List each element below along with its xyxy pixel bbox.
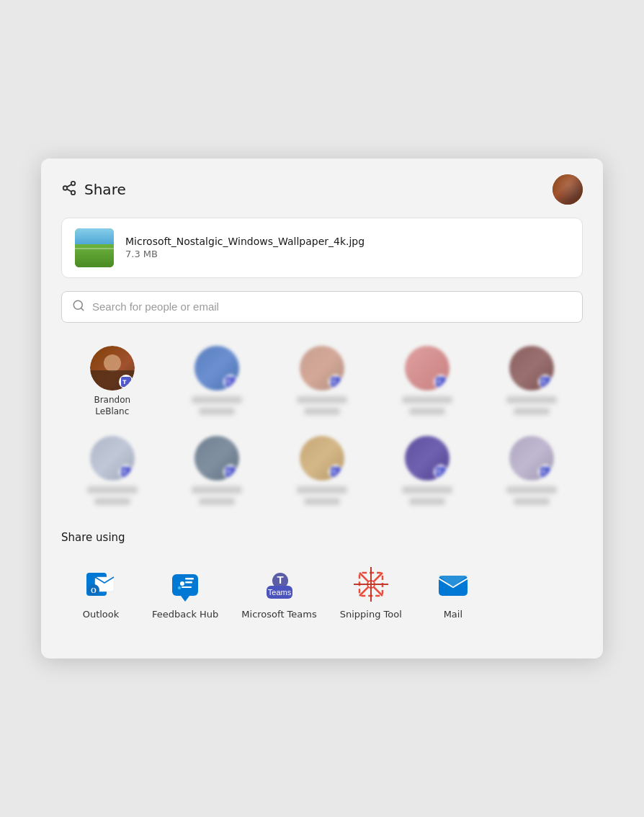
- teams-icon: T Teams: [261, 566, 298, 603]
- svg-text:Teams: Teams: [267, 588, 291, 597]
- teams-badge: T: [538, 375, 553, 389]
- avatar: T: [194, 346, 239, 390]
- contact-name-blurred: [192, 486, 242, 494]
- svg-text:T: T: [228, 469, 232, 476]
- contact-name-blurred: [402, 486, 452, 494]
- file-name: Microsoft_Nostalgic_Windows_Wallpaper_4k…: [125, 236, 569, 247]
- svg-text:T: T: [437, 379, 442, 385]
- app-label-feedback-hub: Feedback Hub: [152, 609, 218, 621]
- share-using-label: Share using: [61, 531, 583, 544]
- app-label-teams: Microsoft Teams: [241, 609, 316, 621]
- list-item[interactable]: T: [166, 429, 269, 511]
- share-window: Share Microsoft_Nostalgic_Windows_Wallpa…: [41, 159, 603, 658]
- contact-name-blurred: [297, 396, 347, 403]
- app-outlook[interactable]: O Outlook: [61, 557, 140, 630]
- list-item[interactable]: T: [166, 339, 269, 423]
- teams-badge: T: [328, 375, 343, 389]
- share-icon: [61, 180, 77, 199]
- contact-name-blurred: [87, 486, 138, 494]
- svg-rect-34: [185, 578, 194, 580]
- svg-text:T: T: [122, 379, 127, 385]
- feedback-hub-icon: [166, 566, 204, 603]
- file-thumbnail: [75, 228, 114, 267]
- outlook-icon: O: [82, 566, 120, 603]
- contact-name-brandon: Brandon LeBlanc: [84, 395, 141, 417]
- teams-badge: T: [434, 375, 448, 389]
- contact-name-blurred2: [514, 408, 550, 415]
- apps-row: O Outlook Feedback Hub: [41, 557, 603, 630]
- teams-badge: T: [328, 465, 343, 479]
- app-microsoft-teams[interactable]: T Teams Microsoft Teams: [230, 557, 328, 630]
- svg-text:T: T: [122, 469, 127, 476]
- snipping-tool-icon: [352, 566, 390, 603]
- svg-text:T: T: [542, 469, 547, 476]
- teams-badge: T: [434, 465, 448, 479]
- svg-point-33: [180, 581, 184, 586]
- teams-badge: T: [538, 465, 553, 479]
- svg-line-4: [67, 184, 71, 187]
- app-label-outlook: Outlook: [83, 609, 120, 621]
- list-item[interactable]: T: [376, 429, 478, 511]
- contact-name-blurred2: [409, 498, 445, 505]
- mail-icon: [434, 566, 472, 603]
- search-bar[interactable]: [61, 291, 583, 323]
- app-label-mail: Mail: [444, 609, 462, 621]
- contact-name-blurred2: [304, 498, 340, 505]
- contacts-grid: T Brandon LeBlanc T T: [61, 339, 583, 511]
- svg-rect-32: [172, 574, 198, 596]
- avatar: T: [300, 436, 344, 481]
- app-feedback-hub[interactable]: Feedback Hub: [140, 557, 230, 630]
- contact-name-blurred2: [304, 408, 340, 415]
- user-avatar[interactable]: [553, 174, 583, 205]
- avatar: T: [509, 436, 554, 481]
- app-label-snipping-tool: Snipping Tool: [340, 609, 402, 621]
- list-item[interactable]: T: [271, 339, 373, 423]
- list-item[interactable]: T: [376, 339, 478, 423]
- contact-name-blurred2: [514, 498, 550, 505]
- svg-rect-35: [185, 581, 192, 584]
- file-info: Microsoft_Nostalgic_Windows_Wallpaper_4k…: [125, 236, 569, 259]
- file-size: 7.3 MB: [125, 249, 569, 259]
- avatar: T: [405, 346, 450, 390]
- avatar: T: [509, 346, 554, 390]
- svg-text:T: T: [277, 573, 283, 586]
- contact-name-blurred: [506, 486, 557, 494]
- svg-text:O: O: [91, 586, 97, 594]
- contact-name-blurred2: [409, 408, 445, 415]
- list-item[interactable]: T: [480, 339, 583, 423]
- teams-badge: T: [223, 465, 238, 479]
- contact-brandon-leblanc[interactable]: T Brandon LeBlanc: [61, 339, 164, 423]
- avatar: T: [90, 436, 135, 481]
- window-title: Share: [84, 181, 126, 198]
- svg-point-36: [178, 586, 181, 589]
- svg-text:T: T: [228, 379, 232, 385]
- contact-name-blurred: [402, 396, 452, 403]
- search-icon: [72, 299, 85, 315]
- teams-badge: T: [119, 465, 133, 479]
- teams-badge: T: [223, 375, 238, 389]
- search-input[interactable]: [92, 300, 572, 313]
- avatar-brandon: T: [90, 346, 135, 390]
- contact-name-blurred2: [199, 408, 235, 415]
- file-card: Microsoft_Nostalgic_Windows_Wallpaper_4k…: [61, 218, 583, 278]
- list-item[interactable]: T: [61, 429, 164, 511]
- contact-name-blurred: [506, 396, 557, 403]
- contact-name-blurred: [192, 396, 242, 403]
- contact-name-blurred2: [94, 498, 130, 505]
- app-mail[interactable]: Mail: [413, 557, 493, 630]
- list-item[interactable]: T: [480, 429, 583, 511]
- svg-line-3: [67, 189, 71, 192]
- avatar: T: [300, 346, 344, 390]
- contact-name-blurred: [297, 486, 347, 494]
- svg-text:T: T: [332, 379, 336, 385]
- contact-name-blurred2: [199, 498, 235, 505]
- app-snipping-tool[interactable]: Snipping Tool: [328, 557, 413, 630]
- svg-line-6: [81, 308, 83, 310]
- avatar: T: [194, 436, 239, 481]
- svg-text:T: T: [437, 469, 442, 476]
- avatar: T: [405, 436, 450, 481]
- header-left: Share: [61, 180, 126, 199]
- list-item[interactable]: T: [271, 429, 373, 511]
- svg-text:T: T: [332, 469, 336, 476]
- teams-badge: T: [119, 375, 133, 389]
